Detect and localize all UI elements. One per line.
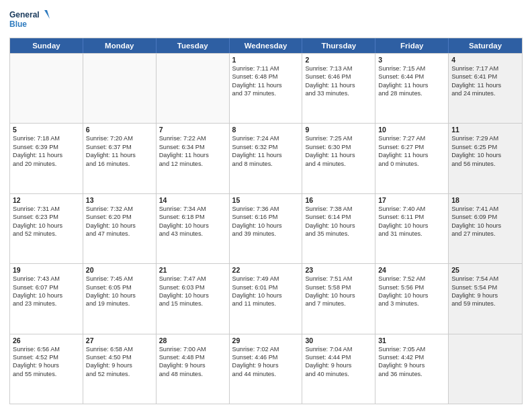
day-cell-4: 4Sunrise: 7:17 AMSunset: 6:41 PMDaylight… xyxy=(449,54,522,123)
cell-line-0: Sunrise: 7:43 AM xyxy=(13,275,80,283)
calendar-header: SundayMondayTuesdayWednesdayThursdayFrid… xyxy=(10,38,522,53)
cell-line-0: Sunrise: 7:20 AM xyxy=(86,134,153,142)
cell-line-1: Sunset: 4:46 PM xyxy=(232,353,300,361)
cell-line-3: and 43 minutes. xyxy=(159,230,226,238)
cell-line-3: and 4 minutes. xyxy=(305,160,372,168)
cell-line-0: Sunrise: 7:45 AM xyxy=(86,275,153,283)
cell-line-2: Daylight: 11 hours xyxy=(305,81,372,89)
cell-line-0: Sunrise: 7:34 AM xyxy=(159,205,226,213)
day-cell-13: 13Sunrise: 7:32 AMSunset: 6:20 PMDayligh… xyxy=(83,194,157,263)
cell-line-2: Daylight: 11 hours xyxy=(13,151,80,159)
day-number: 19 xyxy=(13,266,80,274)
cell-line-0: Sunrise: 7:52 AM xyxy=(378,275,445,283)
cell-line-2: Daylight: 11 hours xyxy=(378,81,445,89)
day-number: 1 xyxy=(232,56,300,64)
day-number: 13 xyxy=(86,196,153,204)
day-cell-20: 20Sunrise: 7:45 AMSunset: 6:05 PMDayligh… xyxy=(83,264,157,333)
cell-line-0: Sunrise: 7:11 AM xyxy=(232,64,300,73)
cell-line-2: Daylight: 10 hours xyxy=(13,291,80,300)
day-number: 28 xyxy=(159,336,226,345)
cell-line-1: Sunset: 4:42 PM xyxy=(378,353,445,361)
cell-line-0: Sunrise: 7:05 AM xyxy=(378,345,445,353)
cell-line-3: and 0 minutes. xyxy=(378,160,445,168)
cell-line-1: Sunset: 6:32 PM xyxy=(232,143,300,151)
cell-line-1: Sunset: 4:48 PM xyxy=(159,353,226,361)
cell-line-0: Sunrise: 7:13 AM xyxy=(305,64,372,73)
cell-line-2: Daylight: 10 hours xyxy=(159,222,226,230)
cell-line-3: and 33 minutes. xyxy=(305,89,372,97)
day-cell-15: 15Sunrise: 7:36 AMSunset: 6:16 PMDayligh… xyxy=(230,194,303,263)
cell-line-1: Sunset: 6:07 PM xyxy=(13,283,80,291)
cell-line-0: Sunrise: 7:00 AM xyxy=(159,345,226,353)
day-cell-16: 16Sunrise: 7:38 AMSunset: 6:14 PMDayligh… xyxy=(302,194,375,263)
day-cell-19: 19Sunrise: 7:43 AMSunset: 6:07 PMDayligh… xyxy=(10,264,83,333)
cell-line-2: Daylight: 10 hours xyxy=(451,222,519,230)
cell-line-0: Sunrise: 6:56 AM xyxy=(13,345,80,353)
cell-line-1: Sunset: 6:48 PM xyxy=(232,73,300,81)
day-cell-5: 5Sunrise: 7:18 AMSunset: 6:39 PMDaylight… xyxy=(10,124,83,193)
cell-line-2: Daylight: 10 hours xyxy=(451,151,519,159)
day-number: 10 xyxy=(378,126,445,134)
cell-line-1: Sunset: 6:03 PM xyxy=(159,283,226,291)
day-number: 14 xyxy=(159,196,226,204)
cell-line-2: Daylight: 11 hours xyxy=(451,81,519,89)
cell-line-1: Sunset: 6:23 PM xyxy=(13,213,80,221)
header-day-tuesday: Tuesday xyxy=(157,38,230,53)
day-number: 7 xyxy=(159,126,226,134)
cell-line-3: and 55 minutes. xyxy=(13,370,80,378)
day-cell-11: 11Sunrise: 7:29 AMSunset: 6:25 PMDayligh… xyxy=(449,124,522,193)
day-number: 18 xyxy=(451,196,519,204)
day-number: 12 xyxy=(13,196,80,204)
cell-line-3: and 15 minutes. xyxy=(159,300,226,308)
week-row-3: 12Sunrise: 7:31 AMSunset: 6:23 PMDayligh… xyxy=(10,193,522,263)
day-number: 27 xyxy=(86,336,153,345)
header-day-sunday: Sunday xyxy=(10,38,83,53)
day-cell-17: 17Sunrise: 7:40 AMSunset: 6:11 PMDayligh… xyxy=(375,194,449,263)
day-number: 15 xyxy=(232,196,300,204)
day-number: 16 xyxy=(305,196,372,204)
cell-line-1: Sunset: 5:56 PM xyxy=(378,283,445,291)
cell-line-3: and 37 minutes. xyxy=(232,89,300,97)
cell-line-3: and 36 minutes. xyxy=(378,370,445,378)
cell-line-2: Daylight: 11 hours xyxy=(232,151,300,159)
day-number: 23 xyxy=(305,266,372,274)
cell-line-2: Daylight: 9 hours xyxy=(13,361,80,369)
week-row-2: 5Sunrise: 7:18 AMSunset: 6:39 PMDaylight… xyxy=(10,123,522,193)
cell-line-3: and 44 minutes. xyxy=(232,370,300,378)
cell-line-2: Daylight: 10 hours xyxy=(232,291,300,300)
calendar: SundayMondayTuesdayWednesdayThursdayFrid… xyxy=(9,38,523,404)
logo: General Blue xyxy=(9,7,50,34)
day-number: 8 xyxy=(232,126,300,134)
cell-line-1: Sunset: 6:30 PM xyxy=(305,143,372,151)
day-cell-25: 25Sunrise: 7:54 AMSunset: 5:54 PMDayligh… xyxy=(449,264,522,333)
cell-line-2: Daylight: 10 hours xyxy=(13,222,80,230)
cell-line-0: Sunrise: 7:29 AM xyxy=(451,134,519,142)
cell-line-1: Sunset: 6:05 PM xyxy=(86,283,153,291)
cell-line-3: and 59 minutes. xyxy=(451,300,519,308)
cell-line-3: and 52 minutes. xyxy=(86,370,153,378)
cell-line-1: Sunset: 6:44 PM xyxy=(378,73,445,81)
day-cell-26: 26Sunrise: 6:56 AMSunset: 4:52 PMDayligh… xyxy=(10,334,83,404)
day-cell-8: 8Sunrise: 7:24 AMSunset: 6:32 PMDaylight… xyxy=(230,124,303,193)
cell-line-3: and 27 minutes. xyxy=(451,230,519,238)
cell-line-0: Sunrise: 7:15 AM xyxy=(378,64,445,73)
cell-line-2: Daylight: 10 hours xyxy=(86,291,153,300)
day-cell-7: 7Sunrise: 7:22 AMSunset: 6:34 PMDaylight… xyxy=(157,124,230,193)
day-number: 24 xyxy=(378,266,445,274)
cell-line-3: and 3 minutes. xyxy=(378,300,445,308)
cell-line-3: and 8 minutes. xyxy=(232,160,300,168)
cell-line-1: Sunset: 6:09 PM xyxy=(451,213,519,221)
cell-line-0: Sunrise: 7:38 AM xyxy=(305,205,372,213)
day-cell-30: 30Sunrise: 7:04 AMSunset: 4:44 PMDayligh… xyxy=(302,334,375,404)
header-day-thursday: Thursday xyxy=(302,38,375,53)
day-cell-14: 14Sunrise: 7:34 AMSunset: 6:18 PMDayligh… xyxy=(157,194,230,263)
header-day-saturday: Saturday xyxy=(449,38,522,53)
header: General Blue xyxy=(9,7,523,34)
page: General Blue SundayMondayTuesdayWednesda… xyxy=(0,0,532,411)
cell-line-1: Sunset: 4:50 PM xyxy=(86,353,153,361)
logo-svg: General Blue xyxy=(9,7,50,34)
week-row-4: 19Sunrise: 7:43 AMSunset: 6:07 PMDayligh… xyxy=(10,263,522,333)
calendar-body: 1Sunrise: 7:11 AMSunset: 6:48 PMDaylight… xyxy=(10,53,522,404)
cell-line-1: Sunset: 5:58 PM xyxy=(305,283,372,291)
cell-line-3: and 56 minutes. xyxy=(451,160,519,168)
